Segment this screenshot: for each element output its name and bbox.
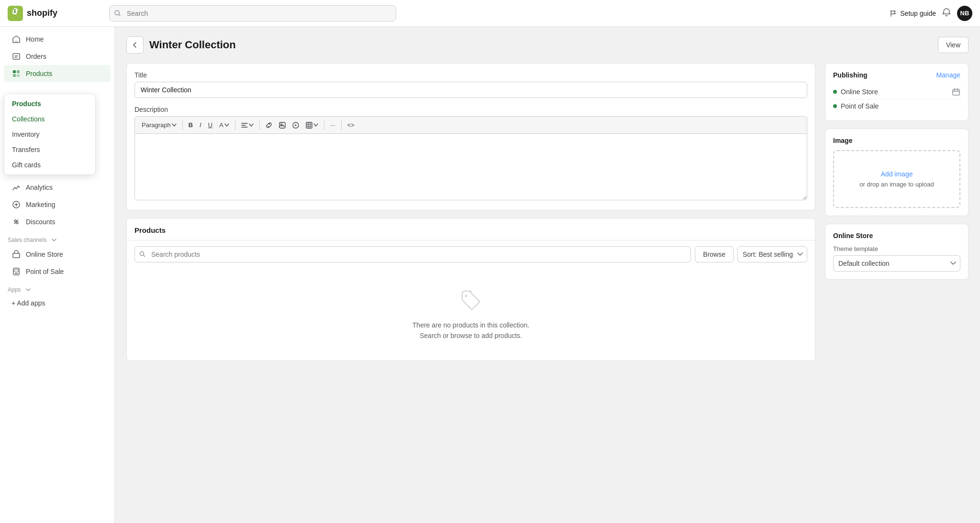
sidebar-item-label: Discounts bbox=[26, 218, 55, 226]
svg-point-24 bbox=[465, 295, 468, 297]
toolbar-divider bbox=[182, 120, 183, 130]
products-search-input[interactable] bbox=[134, 246, 691, 262]
bold-btn[interactable]: B bbox=[186, 120, 196, 131]
toolbar-divider-3 bbox=[259, 120, 260, 130]
submenu-item-collections[interactable]: Collections bbox=[4, 111, 95, 127]
pos-status-dot bbox=[833, 104, 837, 108]
content-area: Winter Collection View Title Description… bbox=[115, 27, 980, 523]
sidebar-item-label: Analytics bbox=[26, 184, 53, 191]
underline-btn[interactable]: U bbox=[205, 120, 215, 131]
browse-button[interactable]: Browse bbox=[695, 246, 734, 262]
sidebar-item-home[interactable]: Home bbox=[4, 31, 111, 48]
products-card-title: Products bbox=[134, 226, 807, 234]
svg-point-23 bbox=[140, 252, 144, 256]
products-empty-text: There are no products in this collection… bbox=[412, 320, 529, 341]
add-apps-item[interactable]: + Add apps bbox=[4, 295, 111, 311]
image-btn[interactable] bbox=[276, 120, 289, 131]
products-search-wrap bbox=[134, 246, 691, 262]
svg-rect-5 bbox=[17, 70, 20, 73]
drop-text: or drop an image to upload bbox=[859, 181, 934, 188]
description-label: Description bbox=[134, 106, 807, 113]
manage-link[interactable]: Manage bbox=[936, 71, 960, 79]
avatar[interactable]: NB bbox=[957, 6, 972, 21]
text-color-btn[interactable]: A bbox=[216, 120, 232, 131]
view-button[interactable]: View bbox=[938, 37, 969, 53]
main-column: Title Description Paragraph B I bbox=[126, 63, 815, 361]
submenu-item-gift-cards[interactable]: Gift cards bbox=[4, 157, 95, 173]
sidebar-item-online-store[interactable]: Online Store bbox=[4, 246, 111, 263]
align-btn[interactable] bbox=[238, 120, 256, 130]
online-store-status-dot bbox=[833, 90, 837, 94]
flag-icon bbox=[890, 10, 897, 17]
sort-select[interactable]: Sort: Best selling bbox=[737, 246, 807, 262]
svg-point-18 bbox=[17, 273, 18, 274]
sidebar: Home Orders Products Products Collection… bbox=[0, 27, 115, 523]
video-btn[interactable] bbox=[290, 120, 302, 131]
title-label: Title bbox=[134, 71, 807, 79]
products-search-row: Browse Sort: Best selling bbox=[127, 240, 815, 268]
svg-rect-15 bbox=[14, 270, 18, 272]
description-textarea[interactable] bbox=[134, 133, 807, 200]
publishing-item-online-store: Online Store bbox=[833, 85, 960, 99]
home-icon bbox=[11, 34, 21, 44]
add-image-link[interactable]: Add image bbox=[881, 170, 913, 178]
products-search-icon bbox=[139, 251, 146, 258]
svg-rect-25 bbox=[953, 89, 959, 95]
tag-icon bbox=[457, 287, 484, 314]
submenu-item-inventory[interactable]: Inventory bbox=[4, 127, 95, 142]
theme-select[interactable]: Default collection bbox=[833, 255, 960, 272]
main-layout: Home Orders Products Products Collection… bbox=[0, 27, 980, 523]
sidebar-item-marketing[interactable]: Marketing bbox=[4, 196, 111, 213]
calendar-icon[interactable] bbox=[952, 87, 960, 96]
page-content-row: Title Description Paragraph B I bbox=[126, 63, 969, 361]
topbar: shopify Setup guide NB bbox=[0, 0, 980, 27]
image-upload-area[interactable]: Add image or drop an image to upload bbox=[833, 150, 960, 208]
svg-point-16 bbox=[15, 273, 16, 274]
sidebar-item-analytics[interactable]: Analytics bbox=[4, 179, 111, 196]
svg-point-20 bbox=[280, 123, 282, 125]
products-empty-state: There are no products in this collection… bbox=[127, 268, 815, 360]
logo: shopify bbox=[8, 6, 103, 21]
setup-guide-button[interactable]: Setup guide bbox=[890, 10, 936, 17]
search-input[interactable] bbox=[109, 5, 396, 22]
sales-channels-label: Sales channels bbox=[0, 230, 114, 246]
setup-guide-label: Setup guide bbox=[900, 10, 936, 17]
paragraph-btn[interactable]: Paragraph bbox=[139, 120, 179, 131]
sidebar-item-orders[interactable]: Orders bbox=[4, 48, 111, 65]
shopify-logo-icon bbox=[8, 6, 23, 21]
svg-point-11 bbox=[14, 220, 16, 222]
italic-btn[interactable]: I bbox=[197, 120, 204, 131]
topbar-right: Setup guide NB bbox=[890, 6, 972, 21]
svg-rect-2 bbox=[15, 41, 18, 43]
products-card: Products Browse Sort: Best selling bbox=[126, 218, 815, 361]
search-icon bbox=[114, 10, 122, 17]
title-input[interactable] bbox=[134, 82, 807, 98]
orders-icon bbox=[11, 52, 21, 61]
sidebar-item-point-of-sale[interactable]: Point of Sale bbox=[4, 263, 111, 280]
toolbar-divider-2 bbox=[235, 120, 235, 130]
back-button[interactable] bbox=[126, 36, 144, 54]
expand-apps-icon[interactable] bbox=[24, 286, 32, 294]
online-store-card: Online Store Theme template Default coll… bbox=[825, 224, 969, 280]
svg-point-17 bbox=[16, 273, 17, 274]
code-btn[interactable]: <> bbox=[345, 120, 357, 131]
more-btn[interactable]: ··· bbox=[327, 120, 338, 131]
image-card-title: Image bbox=[833, 137, 960, 144]
sidebar-item-discounts[interactable]: Discounts bbox=[4, 213, 111, 230]
submenu-item-transfers[interactable]: Transfers bbox=[4, 142, 95, 157]
title-description-card: Title Description Paragraph B I bbox=[126, 63, 815, 210]
submenu-item-products[interactable]: Products bbox=[4, 96, 95, 111]
online-store-card-title: Online Store bbox=[833, 232, 960, 240]
publishing-card: Publishing Manage Online Store Point o bbox=[825, 63, 969, 121]
sidebar-item-label: Point of Sale bbox=[26, 268, 64, 275]
pos-icon bbox=[11, 267, 21, 276]
description-toolbar: Paragraph B I U A bbox=[134, 116, 807, 133]
notification-button[interactable] bbox=[942, 8, 951, 19]
sidebar-item-products[interactable]: Products bbox=[4, 65, 111, 82]
sidebar-item-label: Products bbox=[26, 70, 52, 77]
page-header: Winter Collection View bbox=[126, 36, 969, 54]
expand-icon[interactable] bbox=[50, 236, 58, 244]
table-btn[interactable] bbox=[303, 120, 321, 131]
back-arrow-icon bbox=[131, 41, 139, 49]
link-btn[interactable] bbox=[263, 120, 275, 131]
